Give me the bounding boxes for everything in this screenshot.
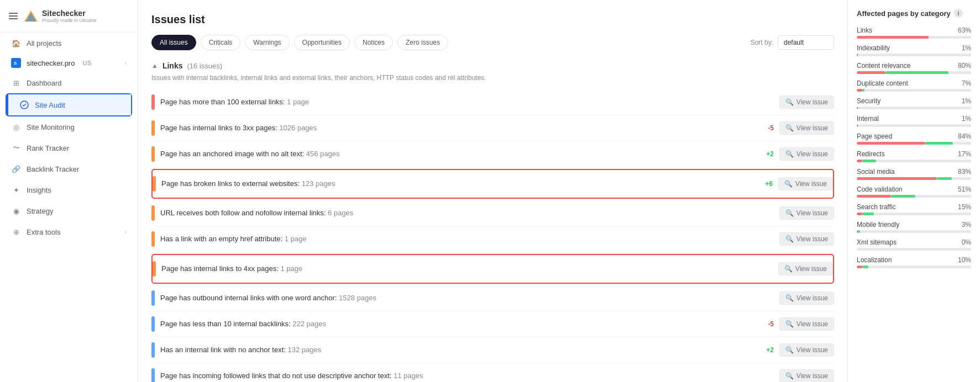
issue-row: Page has less than 10 internal backlinks… [151, 311, 834, 337]
issues-list: Page has more than 100 external links: 1… [151, 89, 834, 382]
issues-panel: Issues list All issues Criticals Warning… [138, 0, 847, 382]
filter-criticals[interactable]: Criticals [201, 35, 241, 50]
section-toggle[interactable]: ▲ [151, 62, 158, 70]
issue-text: URL receives both follow and nofollow in… [160, 209, 752, 217]
highlighted-issue-row: Page has internal links to 4xx pages: 1 … [151, 254, 834, 284]
sidebar-item-label: Backlink Tracker [27, 165, 127, 173]
category-name: Content relevance [857, 62, 910, 70]
view-issue-button[interactable]: 🔍 View issue [778, 262, 833, 275]
bar-green [862, 160, 876, 162]
sidebar-item-backlink-tracker[interactable]: 🔗 Backlink Tracker [0, 158, 138, 179]
logo-name: Sitechecker [42, 9, 97, 18]
view-issue-button[interactable]: 🔍 View issue [779, 291, 834, 305]
category-name: Mobile friendly [857, 221, 899, 229]
category-name: Search traffic [857, 203, 895, 211]
sidebar-item-all-projects[interactable]: 🏠 All projects [0, 33, 138, 54]
bar-red [857, 71, 885, 74]
sidebar-item-strategy[interactable]: ◉ Strategy [0, 200, 138, 221]
site-item[interactable]: S sitechecker.pro US › [0, 54, 138, 72]
site-locale: US [82, 60, 91, 66]
issue-row: Page has broken links to external websit… [153, 171, 833, 197]
category-name: Links [857, 26, 872, 34]
indicator-orange [153, 176, 156, 192]
issue-delta: +2 [757, 150, 774, 158]
sidebar-item-site-monitoring[interactable]: ◎ Site Monitoring [0, 116, 138, 137]
sidebar-item-insights[interactable]: ✦ Insights [0, 179, 138, 200]
view-issue-button[interactable]: 🔍 View issue [779, 96, 834, 109]
issue-text: Page has more than 100 external links: 1… [160, 98, 752, 106]
category-pct: 7% [962, 79, 971, 87]
category-item: Mobile friendly 3% [857, 221, 971, 233]
issue-text: Page has less than 10 internal backlinks… [160, 320, 752, 328]
category-pct: 15% [958, 203, 971, 211]
category-bar [857, 230, 971, 233]
view-issue-button[interactable]: 🔍 View issue [779, 232, 834, 246]
category-item: Redirects 17% [857, 150, 971, 162]
bar-green [885, 71, 948, 74]
issue-text: Has an internal link with no anchor text… [160, 346, 752, 354]
issue-delta: -5 [757, 320, 774, 328]
issue-row: Page has more than 100 external links: 1… [151, 89, 834, 115]
filter-notices[interactable]: Notices [354, 35, 393, 50]
bar-red [857, 266, 862, 268]
rank-icon: 〜 [11, 143, 21, 153]
sidebar-item-extra-tools[interactable]: ⊕ Extra tools › [0, 221, 138, 242]
category-name: Xml sitemaps [857, 238, 897, 246]
issue-row: Page has incoming followed links that do… [151, 363, 834, 382]
filter-opportunities[interactable]: Opportunities [294, 35, 350, 50]
sidebar-item-label: Strategy [27, 207, 127, 215]
category-name: Social media [857, 168, 895, 176]
bar-green [862, 266, 868, 268]
home-icon: 🏠 [11, 38, 21, 48]
category-item: Code validation 51% [857, 185, 971, 198]
search-icon: 🔍 [785, 294, 794, 302]
filter-warnings[interactable]: Warnings [245, 35, 289, 50]
category-item: Social media 83% [857, 168, 971, 180]
section-header: ▲ Links (16 issues) [151, 61, 834, 70]
view-issue-button[interactable]: 🔍 View issue [779, 317, 834, 331]
svg-text:S: S [14, 61, 17, 66]
search-icon: 🔍 [785, 235, 794, 243]
view-issue-button[interactable]: 🔍 View issue [779, 206, 834, 220]
sort-select[interactable]: default alphabetical pages count [778, 35, 834, 50]
sidebar-item-rank-tracker[interactable]: 〜 Rank Tracker [0, 137, 138, 158]
view-issue-button[interactable]: 🔍 View issue [779, 121, 834, 135]
backlink-icon: 🔗 [11, 164, 21, 174]
view-issue-button[interactable]: 🔍 View issue [779, 147, 834, 161]
sidebar-item-label: All projects [27, 39, 127, 47]
category-bar [857, 89, 971, 92]
hamburger-menu[interactable] [9, 13, 18, 19]
filter-all-issues[interactable]: All issues [151, 35, 196, 50]
sidebar-item-dashboard[interactable]: ⊞ Dashboard [0, 72, 138, 93]
sidebar-item-label: Site Monitoring [27, 123, 127, 131]
bar-red [857, 89, 862, 92]
dashboard-icon: ⊞ [11, 78, 21, 88]
category-pct: 84% [958, 132, 971, 140]
view-issue-button[interactable]: 🔍 View issue [779, 343, 834, 357]
indicator-red [151, 94, 155, 110]
category-bar [857, 54, 971, 56]
logo-text: Sitechecker Proudly made in Ukraine [42, 9, 97, 23]
sidebar-item-label: Site Audit [35, 101, 120, 109]
filter-zero-issues[interactable]: Zero issues [397, 35, 448, 50]
audit-icon [19, 100, 29, 110]
view-issue-button[interactable]: 🔍 View issue [779, 369, 834, 382]
sidebar: Sitechecker Proudly made in Ukraine 🏠 Al… [0, 0, 138, 382]
highlighted-issue-row: Page has broken links to external websit… [151, 169, 834, 199]
categories-container: Links 63% Indexability 1% Content releva… [857, 26, 971, 268]
indicator-blue [151, 368, 155, 382]
tools-icon: ⊕ [11, 227, 21, 237]
section-count: (16 issues) [187, 62, 222, 70]
category-pct: 1% [962, 97, 971, 105]
indicator-orange [151, 120, 155, 136]
page-title: Issues list [151, 13, 834, 26]
info-icon[interactable]: i [954, 9, 963, 18]
view-issue-button[interactable]: 🔍 View issue [778, 177, 833, 190]
right-panel: Affected pages by category i Links 63% I… [847, 0, 980, 382]
category-name: Indexability [857, 44, 890, 52]
category-bar [857, 177, 971, 180]
indicator-orange [153, 261, 156, 277]
sidebar-item-site-audit[interactable]: Site Audit [7, 94, 131, 115]
content-area: Issues list All issues Criticals Warning… [138, 0, 980, 382]
search-icon: 🔍 [784, 180, 793, 188]
